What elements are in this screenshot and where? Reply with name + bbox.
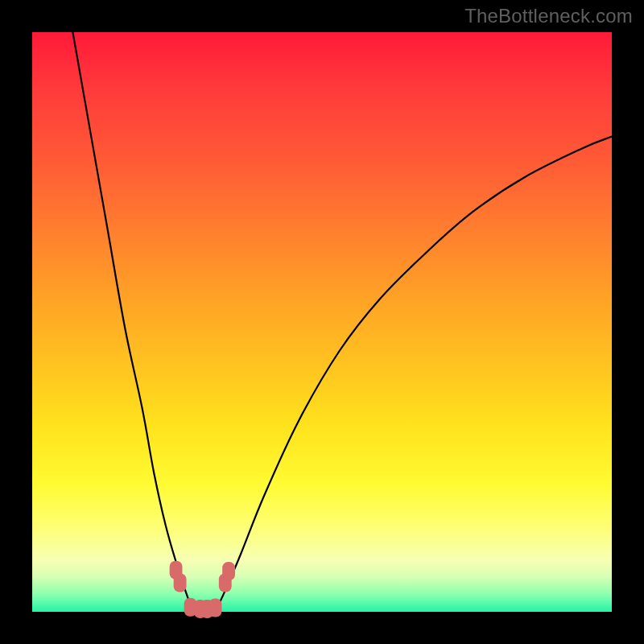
watermark-text: TheBottleneck.com xyxy=(464,5,633,27)
chart-frame: TheBottleneck.com xyxy=(0,0,644,644)
bottleneck-marker xyxy=(209,598,222,617)
bottleneck-marker xyxy=(222,562,235,580)
bottleneck-markers xyxy=(170,561,235,618)
chart-plot-area xyxy=(32,32,612,612)
chart-svg xyxy=(32,32,612,612)
series-right-branch xyxy=(215,137,612,612)
series-left-branch xyxy=(72,32,193,612)
bottleneck-marker xyxy=(174,573,187,592)
